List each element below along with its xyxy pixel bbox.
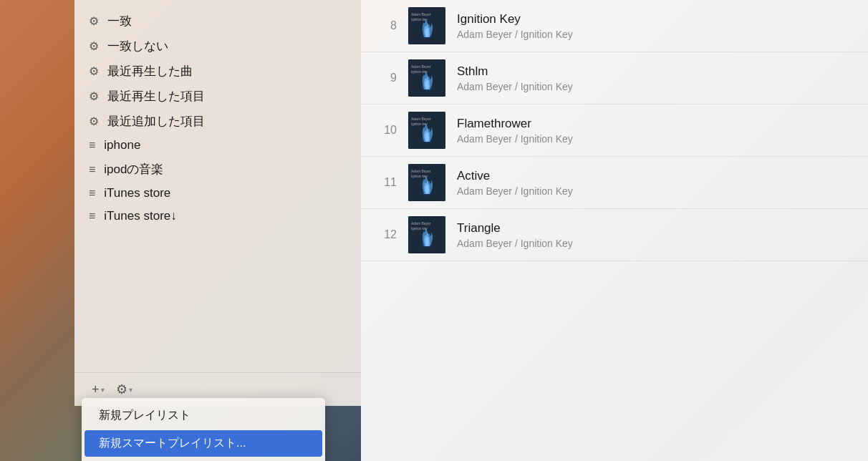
track-subtitle: Adam Beyer / Ignition Key bbox=[457, 133, 854, 145]
sidebar-item-recently-added[interactable]: ⚙ 最近追加した項目 bbox=[74, 109, 361, 134]
gear-icon-2: ⚙ bbox=[89, 39, 99, 53]
list-icon-2: ≡ bbox=[89, 163, 95, 176]
track-number: 11 bbox=[375, 176, 397, 189]
track-subtitle: Adam Beyer / Ignition Key bbox=[457, 81, 854, 92]
gear-icon-3: ⚙ bbox=[89, 64, 99, 78]
track-number: 8 bbox=[375, 19, 397, 32]
table-row[interactable]: 11 Adam Beyer Ignition key Active Adam B… bbox=[361, 157, 868, 209]
track-artwork: Adam Beyer Ignition key bbox=[408, 59, 445, 97]
track-info: Sthlm Adam Beyer / Ignition Key bbox=[457, 64, 854, 92]
sidebar-item-label: 最近再生した曲 bbox=[107, 63, 193, 79]
svg-text:Adam Beyer: Adam Beyer bbox=[411, 12, 431, 16]
main-content: 8 Adam Beyer Ignition key Ignition Key A… bbox=[361, 0, 868, 461]
gear-icon-5: ⚙ bbox=[89, 115, 99, 128]
gear-button[interactable]: ⚙ ▾ bbox=[113, 380, 135, 399]
sidebar-item-label: iphone bbox=[104, 138, 140, 152]
gear-chevron-icon: ▾ bbox=[129, 386, 132, 394]
plus-icon: + bbox=[92, 382, 100, 397]
sidebar-item-recently-played-songs[interactable]: ⚙ 最近再生した曲 bbox=[74, 59, 361, 84]
track-info: Ignition Key Adam Beyer / Ignition Key bbox=[457, 12, 854, 40]
svg-text:Adam Beyer: Adam Beyer bbox=[411, 169, 431, 173]
new-smart-playlist-label: 新規スマートプレイリスト... bbox=[99, 437, 246, 449]
gear-icon-4: ⚙ bbox=[89, 89, 99, 103]
track-subtitle: Adam Beyer / Ignition Key bbox=[457, 238, 854, 249]
track-number: 10 bbox=[375, 124, 397, 137]
new-smart-playlist-item[interactable]: 新規スマートプレイリスト... bbox=[85, 430, 322, 457]
sidebar-item-match[interactable]: ⚙ 一致 bbox=[74, 9, 361, 34]
table-row[interactable]: 12 Adam Beyer Ignition key Triangle Adam… bbox=[361, 209, 868, 261]
track-title: Active bbox=[457, 169, 854, 183]
sidebar-item-label: 最近追加した項目 bbox=[107, 113, 205, 130]
sidebar-item-ipod[interactable]: ≡ ipodの音楽 bbox=[74, 157, 361, 182]
track-title: Sthlm bbox=[457, 64, 854, 79]
track-title: Ignition Key bbox=[457, 12, 854, 26]
track-artwork: Adam Beyer Ignition key bbox=[408, 164, 445, 201]
add-chevron-icon: ▾ bbox=[101, 386, 105, 394]
gear-icon: ⚙ bbox=[116, 382, 127, 397]
sidebar-item-itunes-store[interactable]: ≡ iTunes store bbox=[74, 182, 361, 205]
list-icon-1: ≡ bbox=[89, 139, 95, 152]
track-number: 9 bbox=[375, 72, 397, 84]
sidebar-item-no-match[interactable]: ⚙ 一致しない bbox=[74, 34, 361, 59]
table-row[interactable]: 8 Adam Beyer Ignition key Ignition Key A… bbox=[361, 0, 868, 52]
track-number: 12 bbox=[375, 228, 397, 241]
table-row[interactable]: 10 Adam Beyer Ignition key Flamethrower … bbox=[361, 105, 868, 157]
sidebar-panel: ⚙ 一致 ⚙ 一致しない ⚙ 最近再生した曲 ⚙ 最近再生した項目 ⚙ 最近追加… bbox=[74, 0, 361, 372]
table-row[interactable]: 9 Adam Beyer Ignition key Sthlm Adam Bey… bbox=[361, 52, 868, 105]
track-title: Triangle bbox=[457, 221, 854, 236]
new-playlist-label: 新規プレイリスト bbox=[99, 409, 191, 421]
track-artwork: Adam Beyer Ignition key bbox=[408, 216, 445, 253]
track-title: Flamethrower bbox=[457, 117, 854, 131]
new-playlist-folder-item[interactable]: 新規プレイリストフォルダ bbox=[82, 458, 325, 461]
sidebar-item-recently-played-items[interactable]: ⚙ 最近再生した項目 bbox=[74, 84, 361, 109]
sidebar-item-iphone[interactable]: ≡ iphone bbox=[74, 134, 361, 157]
svg-text:Adam Beyer: Adam Beyer bbox=[411, 64, 431, 69]
sidebar-item-itunes-store-2[interactable]: ≡ iTunes store↓ bbox=[74, 205, 361, 228]
track-info: Active Adam Beyer / Ignition Key bbox=[457, 169, 854, 197]
dropdown-menu: 新規プレイリスト 新規スマートプレイリスト... 新規プレイリストフォルダ bbox=[82, 398, 325, 461]
track-info: Triangle Adam Beyer / Ignition Key bbox=[457, 221, 854, 249]
add-button[interactable]: + ▾ bbox=[89, 381, 107, 399]
sidebar-item-label: ipodの音楽 bbox=[104, 161, 163, 178]
gear-icon-1: ⚙ bbox=[89, 14, 99, 28]
track-artwork: Adam Beyer Ignition key bbox=[408, 7, 445, 44]
track-subtitle: Adam Beyer / Ignition Key bbox=[457, 29, 854, 40]
list-icon-3: ≡ bbox=[89, 187, 95, 200]
sidebar-item-label: 一致しない bbox=[107, 38, 168, 54]
list-icon-4: ≡ bbox=[89, 210, 95, 223]
sidebar-item-label: 一致 bbox=[107, 13, 132, 29]
sidebar-item-label: iTunes store↓ bbox=[104, 209, 176, 223]
sidebar-item-label: 最近再生した項目 bbox=[107, 88, 205, 105]
track-info: Flamethrower Adam Beyer / Ignition Key bbox=[457, 117, 854, 145]
track-subtitle: Adam Beyer / Ignition Key bbox=[457, 185, 854, 197]
new-playlist-item[interactable]: 新規プレイリスト bbox=[82, 402, 325, 429]
sidebar-item-label: iTunes store bbox=[104, 186, 170, 200]
svg-text:Adam Beyer: Adam Beyer bbox=[411, 117, 431, 121]
track-artwork: Adam Beyer Ignition key bbox=[408, 112, 445, 149]
svg-text:Adam Beyer: Adam Beyer bbox=[411, 221, 431, 225]
